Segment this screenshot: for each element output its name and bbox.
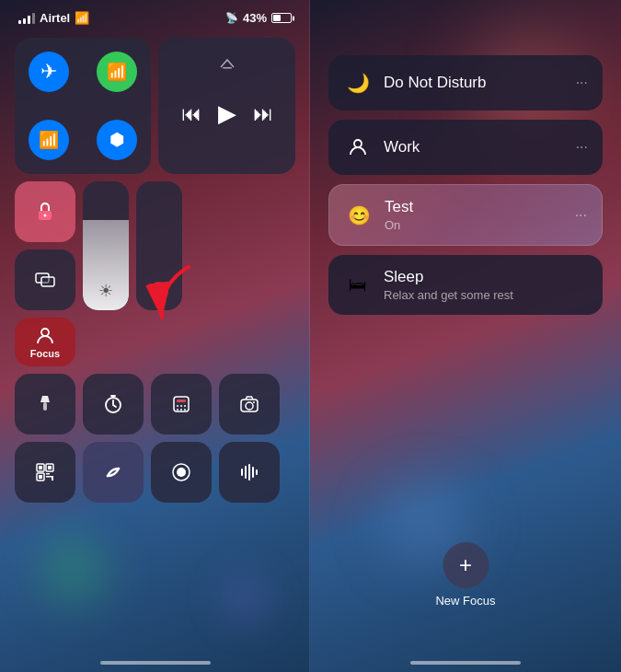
signal-bars [18, 13, 35, 24]
media-block: ⏮ ▶ ⏭ [158, 38, 295, 174]
svg-rect-6 [43, 402, 47, 411]
svg-point-12 [184, 405, 186, 407]
dnd-more[interactable]: ··· [576, 75, 588, 91]
svg-point-5 [41, 329, 49, 336]
brightness-slider[interactable]: ☀ [83, 181, 129, 310]
svg-point-10 [177, 405, 178, 407]
svg-rect-22 [48, 466, 52, 469]
new-focus-btn[interactable]: + New Focus [435, 542, 495, 608]
svg-point-14 [180, 409, 182, 411]
status-left: Airtel 📶 [18, 11, 89, 25]
connectivity-block: ✈ 📶 📶 ⬢ [15, 38, 151, 174]
fast-forward-btn[interactable]: ⏭ [253, 102, 273, 126]
status-bar: Airtel 📶 📡 43% [0, 0, 310, 30]
cc-row-3 [15, 374, 295, 434]
wifi-btn[interactable]: 📶 [15, 106, 83, 174]
screen-record-btn[interactable] [151, 442, 212, 503]
svg-point-2 [44, 214, 47, 217]
shazam-btn[interactable] [83, 442, 144, 503]
test-title: Test [385, 198, 564, 216]
new-focus-label: New Focus [435, 594, 495, 608]
calculator-btn[interactable] [151, 374, 212, 434]
svg-rect-25 [46, 473, 50, 475]
camera-btn[interactable] [219, 374, 280, 434]
svg-point-13 [177, 409, 178, 411]
test-more[interactable]: ··· [575, 207, 587, 224]
svg-rect-9 [177, 400, 186, 402]
bluetooth-icon: ⬢ [97, 120, 137, 160]
work-title: Work [384, 138, 565, 156]
carrier-name: Airtel [40, 11, 70, 25]
screen-lock-btn[interactable] [15, 181, 75, 242]
plus-icon: + [459, 552, 472, 578]
home-indicator-right [410, 661, 521, 665]
left-panel: Airtel 📶 📡 43% ✈ 📶 📶 [0, 0, 310, 672]
wifi-status-icon: 📶 [75, 11, 89, 25]
svg-point-17 [246, 402, 253, 410]
cellular-btn[interactable]: 📶 [83, 38, 151, 106]
home-indicator-left [100, 661, 211, 665]
sleep-title: Sleep [384, 268, 588, 286]
control-center-grid: ✈ 📶 📶 ⬢ [0, 30, 310, 510]
focus-list: 🌙 Do Not Disturb ··· Work ··· 😊 Tes [310, 0, 621, 333]
cc-row-2: Focus ☀ 🔇 [15, 181, 295, 366]
focus-btn[interactable]: Focus [15, 318, 75, 366]
svg-rect-24 [39, 475, 42, 479]
media-spacer [223, 150, 232, 159]
svg-point-29 [177, 468, 186, 477]
test-item[interactable]: 😊 Test On ··· [328, 184, 603, 246]
rewind-btn[interactable]: ⏮ [181, 102, 201, 126]
bluetooth-btn[interactable]: ⬢ [83, 106, 151, 174]
sleep-subtitle: Relax and get some rest [384, 288, 588, 302]
svg-point-31 [354, 140, 362, 147]
focus-label: Focus [30, 349, 60, 359]
battery-percentage: 43% [243, 11, 267, 25]
status-right: 📡 43% [225, 11, 292, 25]
dnd-text: Do Not Disturb [384, 74, 565, 92]
cellular-icon: 📶 [97, 52, 137, 92]
work-more[interactable]: ··· [576, 139, 588, 156]
screen-cast-icon: 📡 [225, 12, 238, 24]
dnd-title: Do Not Disturb [384, 74, 565, 92]
qr-scanner-btn[interactable] [15, 442, 75, 503]
battery-indicator [271, 13, 292, 23]
svg-point-18 [253, 401, 255, 403]
sleep-icon: 🛏 [343, 271, 373, 300]
svg-point-15 [184, 409, 186, 411]
sleep-item[interactable]: 🛏 Sleep Relax and get some rest [328, 255, 603, 315]
test-text: Test On [385, 198, 564, 232]
signal-bar-3 [28, 16, 30, 24]
wifi-icon: 📶 [29, 120, 69, 160]
airplane-icon: ✈ [29, 52, 69, 92]
svg-rect-4 [41, 277, 54, 286]
media-controls: ⏮ ▶ ⏭ [181, 99, 273, 128]
play-btn[interactable]: ▶ [218, 99, 236, 128]
airplane-mode-btn[interactable]: ✈ [15, 38, 83, 106]
test-subtitle: On [385, 218, 564, 232]
brightness-icon: ☀ [98, 281, 113, 301]
signal-bar-2 [23, 18, 26, 24]
svg-rect-0 [223, 67, 232, 69]
audio-btn[interactable] [219, 442, 280, 503]
signal-bar-1 [18, 20, 21, 24]
airplay-icon[interactable] [217, 52, 237, 77]
right-panel: 🌙 Do Not Disturb ··· Work ··· 😊 Tes [310, 0, 621, 672]
battery-fill [273, 15, 281, 21]
dnd-icon: 🌙 [343, 68, 373, 98]
work-item[interactable]: Work ··· [328, 120, 603, 175]
work-text: Work [384, 138, 565, 156]
svg-rect-27 [52, 476, 53, 481]
dnd-item[interactable]: 🌙 Do Not Disturb ··· [328, 55, 603, 110]
left-col: Focus [15, 181, 75, 366]
svg-rect-20 [39, 466, 42, 469]
test-icon: 😊 [344, 201, 374, 230]
new-focus-icon: + [443, 542, 489, 588]
signal-bar-4 [32, 13, 35, 24]
cc-row-4 [15, 442, 295, 503]
svg-point-11 [180, 405, 182, 407]
cc-row-1: ✈ 📶 📶 ⬢ [15, 38, 295, 174]
work-icon [343, 133, 373, 162]
timer-btn[interactable] [83, 374, 144, 434]
screen-mirror-btn[interactable] [15, 249, 75, 310]
flashlight-btn[interactable] [15, 374, 75, 434]
